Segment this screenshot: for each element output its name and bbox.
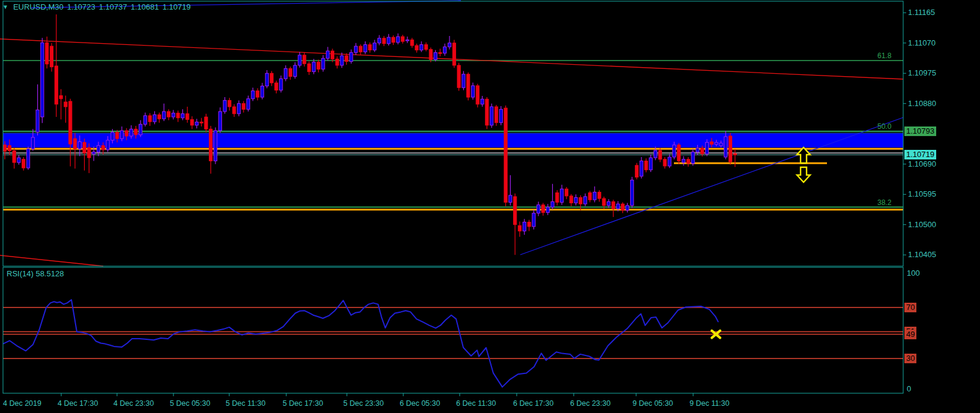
- time-axis-label: 5 Dec 17:30: [283, 399, 323, 408]
- rsi-level-box-70: 70: [904, 303, 916, 312]
- symbol-period-label: EURUSD,M30: [13, 2, 64, 11]
- price-chart-canvas[interactable]: [0, 0, 980, 413]
- rsi-axis-label: 100: [907, 269, 920, 278]
- time-axis-label: 9 Dec 11:30: [690, 399, 729, 408]
- price-tick-label: 1.11165: [908, 8, 935, 17]
- price-tick-label: 1.10500: [908, 220, 936, 229]
- rsi-level-box-49: 49: [904, 330, 916, 339]
- chart-window: ▼ EURUSD,M30 1.10723 1.10737 1.10681 1.1…: [0, 0, 980, 413]
- time-axis-label: 6 Dec 05:30: [400, 399, 440, 408]
- time-axis-label: 5 Dec 11:30: [226, 399, 265, 408]
- price-tick-label: 1.11070: [908, 38, 936, 47]
- price-box-cyan: 1.10719: [904, 150, 936, 159]
- rsi-pane-border: [3, 267, 903, 393]
- price-tick-label: 1.10595: [908, 189, 936, 198]
- ohlc-close: 1.10719: [163, 2, 191, 11]
- up-arrow-icon[interactable]: [797, 147, 810, 163]
- price-tick-label: 1.10690: [908, 159, 936, 168]
- time-axis-label: 4 Dec 2019: [3, 399, 41, 408]
- rsi-indicator-label: RSI(14) 58.5128: [7, 269, 64, 278]
- price-box-green: 1.10793: [904, 126, 936, 136]
- descending-red-trendline[interactable]: [0, 39, 903, 79]
- ohlc-high: 1.10737: [99, 2, 127, 11]
- time-axis-label: 4 Dec 23:30: [113, 399, 154, 408]
- ohlc-open: 1.10723: [67, 2, 95, 11]
- time-axis-label: 6 Dec 23:30: [570, 399, 610, 408]
- time-axis-label: 5 Dec 23:30: [343, 399, 383, 408]
- time-axis-label: 6 Dec 11:30: [456, 399, 496, 408]
- time-axis-label: 5 Dec 05:30: [170, 399, 210, 408]
- fib-label-38.2: 38.2: [877, 198, 891, 207]
- chart-title: ▼ EURUSD,M30 1.10723 1.10737 1.10681 1.1…: [2, 2, 191, 11]
- price-tick-label: 1.10405: [908, 250, 936, 259]
- rsi-line[interactable]: [3, 300, 718, 387]
- price-tick-label: 1.10880: [908, 99, 936, 108]
- rsi-level-box-30: 30: [904, 354, 916, 363]
- ohlc-low: 1.10681: [131, 2, 159, 11]
- lower-left-red-segment[interactable]: [0, 255, 103, 266]
- fib-label-61.8: 61.8: [877, 52, 891, 60]
- blue-zone-rectangle[interactable]: [3, 133, 903, 147]
- symbol-dropdown-icon[interactable]: ▼: [2, 4, 8, 10]
- time-axis-label: 9 Dec 05:30: [633, 399, 673, 408]
- time-axis-label: 6 Dec 17:30: [513, 399, 553, 408]
- fib-label-50.0: 50.0: [877, 122, 891, 131]
- time-axis-label: 4 Dec 17:30: [58, 399, 98, 408]
- price-tick-label: 1.10975: [908, 68, 936, 77]
- down-arrow-icon[interactable]: [797, 167, 810, 182]
- rsi-axis-label: 0: [907, 384, 911, 393]
